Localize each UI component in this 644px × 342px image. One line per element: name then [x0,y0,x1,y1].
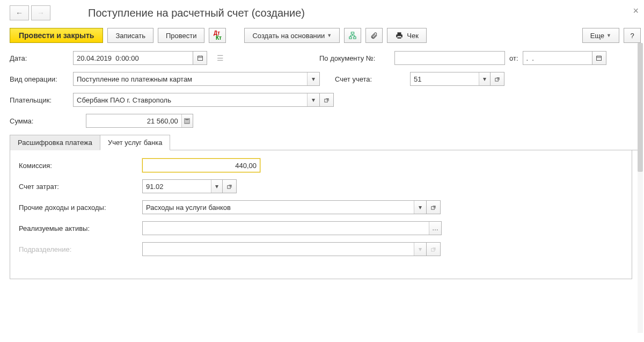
date-label: Дата: [10,54,73,62]
structure-button[interactable] [344,28,361,43]
dt-kt-button[interactable]: ДтКт [209,28,226,43]
save-button[interactable]: Записать [107,28,153,43]
help-button[interactable]: ? [624,28,641,43]
calculator-button[interactable] [181,114,193,127]
tab-bank-services[interactable]: Учет услуг банка [100,135,170,150]
doc-num-input[interactable] [395,52,504,64]
post-and-close-button[interactable]: Провести и закрыть [10,28,103,43]
forward-button[interactable]: → [31,5,50,20]
tab-bar: Расшифровка платежа Учет услуг банка [10,134,641,150]
doc-from-label: от: [509,54,518,62]
date-field[interactable] [73,51,193,65]
account-input[interactable] [411,72,479,85]
svg-rect-0 [352,32,354,34]
doc-from-calendar-button[interactable] [592,51,606,65]
payer-label: Плательщик: [10,96,73,104]
paperclip-icon [370,32,378,39]
dropdown-button[interactable]: ▾ [307,72,319,85]
close-icon[interactable]: × [633,5,639,17]
tree-icon [349,31,356,40]
external-icon [494,76,500,82]
svg-point-11 [188,121,188,121]
vertical-scrollbar[interactable] [638,43,643,333]
cost-acc-input[interactable] [143,180,211,193]
assets-field[interactable]: … [142,221,442,235]
dropdown-button[interactable]: ▾ [479,72,490,85]
other-income-field[interactable]: ▾ [142,200,427,214]
open-ref-button[interactable] [427,200,441,214]
open-ref-button[interactable] [427,242,441,256]
external-icon [430,246,436,252]
external-icon [226,184,232,190]
svg-point-9 [186,121,186,121]
dropdown-button[interactable]: ▾ [414,201,426,214]
cheque-button[interactable]: Чек [387,28,427,43]
svg-rect-4 [597,56,602,61]
create-based-on-button[interactable]: Создать на основании▼ [244,28,340,43]
commission-field[interactable] [142,158,260,172]
chevron-down-icon: ▼ [327,33,332,38]
svg-rect-2 [354,37,356,39]
assets-label: Реализуемые активы: [19,224,142,232]
op-type-field[interactable]: ▾ [73,72,320,86]
printer-icon [395,32,404,39]
dt-kt-icon: ДтКт [214,31,222,41]
doc-num-label: По документу №: [319,54,394,62]
assets-input[interactable] [143,222,429,235]
calendar-icon [596,55,602,61]
toolbar: Провести и закрыть Записать Провести ДтК… [10,28,641,43]
external-icon [324,97,330,103]
doc-from-field[interactable] [523,51,592,65]
open-ref-button[interactable] [320,93,334,107]
other-income-label: Прочие доходы и расходы: [19,203,142,212]
doc-num-field[interactable] [394,51,505,65]
sum-input[interactable] [86,114,181,127]
dept-input[interactable] [143,243,414,256]
tab-payment-details[interactable]: Расшифровка платежа [10,135,100,150]
account-label: Счет учета: [335,75,410,83]
title-bar: ← → Поступление на расчетный счет (созда… [10,5,641,20]
dept-field[interactable]: ▾ [142,242,427,256]
more-button[interactable]: Еще▼ [582,28,619,43]
commission-label: Комиссия: [19,162,142,170]
cost-acc-label: Счет затрат: [19,183,142,191]
payer-input[interactable] [74,93,307,106]
payer-field[interactable]: ▾ [73,93,320,107]
ellipsis-button[interactable]: … [429,222,441,235]
other-income-input[interactable] [143,201,414,214]
svg-rect-16 [431,206,435,209]
svg-rect-17 [431,248,435,251]
post-button[interactable]: Провести [158,28,205,43]
open-ref-button[interactable] [491,72,504,86]
page-title: Поступление на расчетный счет (создание) [88,7,305,19]
calendar-button[interactable] [193,51,207,65]
svg-rect-3 [197,56,202,61]
chevron-down-icon: ▼ [606,33,611,38]
attach-button[interactable] [365,28,383,43]
calendar-icon [197,55,203,61]
scroll-thumb[interactable] [638,43,643,172]
svg-point-10 [187,121,187,121]
svg-rect-1 [349,37,352,39]
svg-rect-15 [228,185,231,188]
commission-input[interactable] [143,159,260,172]
svg-rect-8 [186,119,189,120]
open-ref-button[interactable] [223,179,237,193]
sum-field[interactable] [86,114,193,128]
date-input[interactable] [74,52,193,64]
cost-acc-field[interactable]: ▾ [142,179,223,193]
svg-rect-6 [325,99,328,102]
back-button[interactable]: ← [10,5,29,20]
dropdown-button[interactable]: ▾ [211,180,222,193]
svg-point-14 [188,122,188,122]
list-icon[interactable]: ☰ [217,54,224,62]
dept-label: Подразделение: [19,245,142,253]
form-area: Дата: ☰ По документу №: от: Вид опе [10,50,641,279]
dropdown-button[interactable]: ▾ [307,93,319,106]
dropdown-button[interactable]: ▾ [414,243,426,256]
op-type-input[interactable] [74,72,307,85]
svg-point-13 [187,122,187,122]
account-field[interactable]: ▾ [410,72,491,86]
tab-body-bank-services: Комиссия: Счет затрат: ▾ Прочие доходы и… [10,150,632,279]
doc-from-input[interactable] [523,52,592,64]
